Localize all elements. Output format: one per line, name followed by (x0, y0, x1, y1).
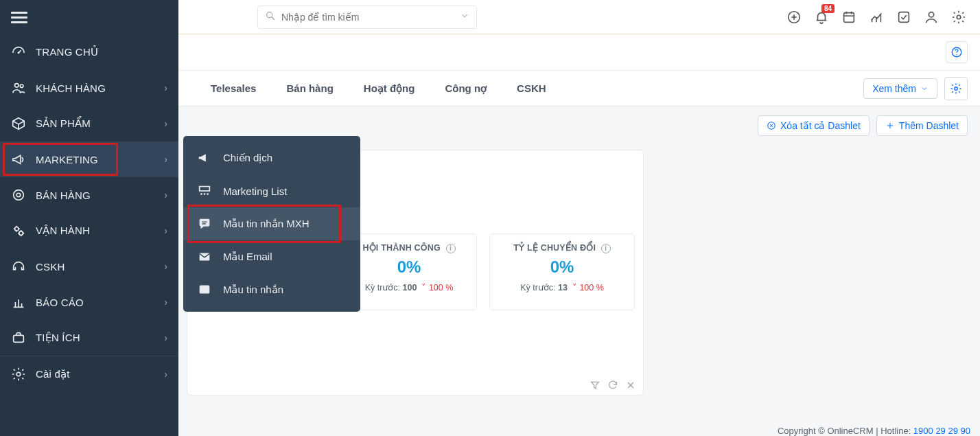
see-more-button[interactable]: Xem thêm (863, 78, 937, 99)
kpi-footer: Kỳ trước: 13 ˅ 100 % (500, 282, 625, 292)
see-more-label: Xem thêm (872, 83, 916, 94)
footer: Copyright © OnlineCRM | Hotline: 1900 29… (778, 426, 970, 436)
list-icon (197, 183, 212, 198)
chevron-right-icon: › (164, 225, 167, 236)
hotline-link[interactable]: 1900 29 29 90 (913, 426, 970, 436)
submenu-email-template[interactable]: Mẫu Email (183, 240, 360, 273)
users-icon (11, 80, 26, 95)
sidebar-label: BÁO CÁO (36, 297, 164, 308)
sidebar-item-customers[interactable]: KHÁCH HÀNG › (0, 70, 178, 106)
tab-telesales[interactable]: Telesales (196, 71, 271, 106)
sidebar-item-reports[interactable]: BÁO CÁO › (0, 284, 178, 320)
gear-icon[interactable] (951, 10, 966, 25)
info-icon[interactable]: i (601, 244, 611, 253)
chevron-right-icon: › (164, 261, 167, 272)
svg-point-42 (207, 193, 209, 195)
sidebar-item-sales[interactable]: BÁN HÀNG › (0, 177, 178, 213)
svg-point-27 (15, 84, 19, 88)
chevron-right-icon: › (164, 369, 167, 380)
sidebar-label: TIỆN ÍCH (36, 332, 164, 344)
hamburger-icon[interactable] (11, 9, 27, 26)
add-icon[interactable] (786, 10, 802, 25)
sidebar: TRANG CHỦ KHÁCH HÀNG › SẢN PHẨM › MARKET… (0, 0, 178, 436)
svg-point-32 (19, 231, 23, 236)
chart-icon[interactable] (869, 10, 884, 25)
submenu-label: Mẫu tin nhắn (223, 284, 283, 296)
sidebar-item-settings[interactable]: Cài đặt › (0, 356, 178, 392)
refresh-icon[interactable] (607, 380, 618, 391)
svg-point-28 (20, 84, 23, 88)
dashlet-tools (590, 380, 636, 391)
help-button[interactable] (946, 41, 968, 63)
close-circle-icon (767, 121, 776, 130)
svg-point-29 (14, 190, 24, 200)
sidebar-label: BÁN HÀNG (36, 190, 164, 201)
sidebar-item-operations[interactable]: VẬN HÀNH › (0, 213, 178, 249)
sidebar-label: SẢN PHẨM (36, 117, 164, 130)
tab-hoat-dong[interactable]: Hoạt động (349, 71, 430, 106)
chat-icon (197, 216, 212, 231)
tab-ban-hang[interactable]: Bán hàng (271, 71, 348, 106)
submenu-marketing-list[interactable]: Marketing List (183, 174, 360, 207)
briefcase-icon (11, 330, 26, 345)
svg-point-41 (204, 193, 206, 195)
trend-down: ˅ 100 % (572, 283, 604, 292)
svg-rect-46 (200, 286, 210, 294)
submenu-sms-template[interactable]: Mẫu tin nhắn (183, 273, 360, 306)
svg-point-30 (16, 193, 21, 197)
info-icon[interactable]: i (446, 244, 456, 253)
target-icon (11, 187, 26, 203)
kpi-card-conversion: TỶ LỆ CHUYỂN ĐỔI i 0% Kỳ trước: 13 ˅ 100… (489, 233, 635, 310)
user-icon[interactable] (924, 10, 939, 25)
kpi-card-success: HỘI THÀNH CÔNG i 0% Kỳ trước: 100 ˅ 100 … (341, 233, 477, 310)
sidebar-label: CSKH (36, 261, 164, 273)
submenu-label: Mẫu tin nhắn MXH (223, 218, 310, 230)
chevron-right-icon: › (164, 190, 167, 200)
bell-icon[interactable]: 84 (814, 10, 829, 25)
mail-icon (197, 249, 212, 264)
search-input[interactable] (281, 12, 460, 23)
submenu-campaigns[interactable]: Chiến dịch (183, 141, 360, 174)
check-icon[interactable] (896, 10, 911, 25)
svg-point-16 (956, 54, 957, 56)
sidebar-item-products[interactable]: SẢN PHẨM › (0, 106, 178, 141)
sidebar-label: VẬN HÀNH (36, 225, 164, 237)
dashboard-icon (11, 45, 26, 60)
calendar-icon[interactable] (841, 10, 856, 25)
delete-all-label: Xóa tất cả Dashlet (780, 120, 861, 131)
svg-point-0 (267, 12, 272, 18)
filter-icon[interactable] (590, 380, 600, 391)
submenu-label: Mẫu Email (223, 251, 272, 263)
kpi-title: TỶ LỆ CHUYỂN ĐỔI i (500, 242, 625, 253)
tab-cong-no[interactable]: Công nợ (430, 71, 502, 106)
sidebar-item-utilities[interactable]: TIỆN ÍCH › (0, 320, 178, 356)
chevron-down-icon (920, 84, 929, 93)
tab-cskh[interactable]: CSKH (502, 71, 561, 106)
top-icons: 84 (786, 10, 980, 25)
svg-point-17 (955, 87, 958, 90)
submenu-mxh-template[interactable]: Mẫu tin nhắn MXH (183, 207, 360, 240)
chevron-down-icon[interactable] (460, 11, 469, 23)
sidebar-item-marketing[interactable]: MARKETING › (0, 141, 178, 177)
svg-point-26 (18, 52, 20, 54)
sidebar-label: Cài đặt (36, 368, 164, 380)
headset-icon (11, 259, 26, 274)
svg-point-14 (957, 15, 961, 19)
svg-point-31 (15, 227, 19, 231)
svg-rect-37 (14, 335, 24, 342)
svg-rect-45 (200, 253, 210, 261)
add-dashlet-button[interactable]: Thêm Dashlet (876, 115, 968, 136)
close-icon[interactable] (625, 380, 636, 391)
tab-settings-button[interactable] (944, 77, 968, 100)
submenu-label: Marketing List (223, 185, 287, 197)
delete-all-dashlet-button[interactable]: Xóa tất cả Dashlet (758, 115, 870, 136)
megaphone-icon (11, 152, 26, 167)
plus-icon (885, 121, 895, 130)
sidebar-item-home[interactable]: TRANG CHỦ (0, 34, 178, 70)
global-search[interactable] (257, 5, 477, 29)
sidebar-item-cskh[interactable]: CSKH › (0, 249, 178, 284)
kpi-value: 0% (500, 257, 625, 277)
svg-rect-12 (899, 12, 909, 22)
megaphone-icon (197, 150, 212, 165)
notification-badge: 84 (821, 4, 835, 13)
